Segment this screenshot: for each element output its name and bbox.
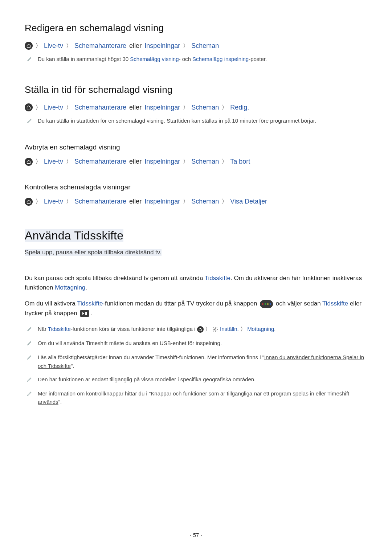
path-edit: Redig. — [230, 104, 249, 111]
svg-rect-1 — [86, 312, 87, 315]
path-live-tv: Live-tv — [44, 104, 63, 111]
nav-path-check: 〉 Live-tv 〉 Schemahanterare eller Inspel… — [25, 198, 367, 206]
link-tidsskifte: Tidsskifte — [48, 326, 71, 332]
path-or: eller — [129, 198, 142, 205]
path-recordings: Inspelningar — [144, 42, 180, 50]
path-schedule-manager: Schemahanterare — [74, 158, 126, 165]
note-text: Om du vill använda Timeshift måste du an… — [38, 339, 367, 348]
chevron-right-icon: 〉 — [222, 158, 227, 165]
heading-set-time: Ställa in tid för schemalagd visning — [25, 84, 367, 95]
chevron-right-icon: 〉 — [222, 104, 227, 111]
note-timeshift-4: Den här funktionen är endast tillgänglig… — [27, 375, 367, 384]
chevron-right-icon: 〉 — [205, 326, 211, 332]
chevron-right-icon: 〉 — [183, 158, 188, 165]
link-mottagning: Mottagning — [247, 326, 274, 332]
pencil-icon — [27, 390, 33, 406]
link-tidsskifte: Tidsskifte — [205, 275, 230, 282]
path-recordings: Inspelningar — [144, 198, 180, 205]
pencil-icon — [27, 376, 33, 384]
note-text: Du kan ställa in sammanlagt högst 30 — [38, 56, 130, 62]
path-delete: Ta bort — [230, 158, 250, 165]
path-schedule-manager: Schemahanterare — [74, 42, 126, 50]
paragraph-timeshift-2: Om du vill aktivera Tidsskifte-funktione… — [25, 299, 367, 318]
home-icon — [25, 158, 33, 166]
path-recordings: Inspelningar — [144, 158, 180, 165]
path-or: eller — [129, 104, 142, 111]
chevron-right-icon: 〉 — [36, 42, 41, 49]
pencil-icon — [27, 117, 33, 126]
link-tidsskifte: Tidsskifte — [322, 300, 348, 307]
gear-icon — [212, 326, 219, 333]
chevron-right-icon: 〉 — [36, 104, 41, 111]
note-timeshift-2: Om du vill använda Timeshift måste du an… — [27, 339, 367, 348]
note-text: - och — [179, 56, 193, 62]
chevron-right-icon: 〉 — [36, 198, 41, 205]
path-schedules: Scheman — [191, 42, 219, 50]
nav-path-edit: 〉 Live-tv 〉 Schemahanterare eller Inspel… — [25, 42, 367, 50]
heading-cancel: Avbryta en schemalagd visning — [25, 143, 367, 151]
heading-edit-scheduled-viewing: Redigera en schemalagd visning — [25, 22, 367, 34]
pencil-icon — [27, 56, 33, 64]
path-recordings: Inspelningar — [144, 104, 180, 111]
note-text: -poster. — [249, 56, 267, 62]
nav-path-cancel: 〉 Live-tv 〉 Schemahanterare eller Inspel… — [25, 158, 367, 166]
path-schedule-manager: Schemahanterare — [74, 198, 126, 205]
subtitle-timeshift: Spela upp, pausa eller spola tillbaka di… — [25, 249, 162, 256]
heading-timeshift: Använda Tidsskifte — [25, 229, 367, 242]
pencil-icon — [27, 325, 33, 334]
chevron-right-icon: 〉 — [222, 198, 227, 205]
remote-color-button-icon — [260, 300, 273, 308]
chevron-right-icon: 〉 — [66, 158, 72, 165]
chevron-right-icon: 〉 — [183, 42, 188, 49]
note-timeshift-3: Läs alla försiktighetsåtgärder innan du … — [27, 353, 367, 370]
svg-point-2 — [215, 329, 216, 330]
chevron-right-icon: 〉 — [66, 42, 72, 49]
path-live-tv: Live-tv — [44, 158, 63, 165]
chevron-right-icon: 〉 — [66, 104, 72, 111]
paragraph-timeshift-1: Du kan pausa och spola tillbaka direktsä… — [25, 274, 367, 293]
page-number: - 57 - — [0, 532, 392, 538]
link-mottagning: Mottagning — [55, 284, 85, 291]
path-or: eller — [129, 42, 142, 50]
path-live-tv: Live-tv — [44, 198, 63, 205]
path-schedule-manager: Schemahanterare — [74, 104, 126, 111]
path-live-tv: Live-tv — [44, 42, 63, 50]
svg-rect-0 — [85, 312, 86, 315]
link-schedule-viewing: Schemalägg visning — [130, 56, 179, 62]
path-schedules: Scheman — [191, 158, 219, 165]
link-schedule-recording: Schemalägg inspelning — [192, 56, 249, 62]
chevron-right-icon: 〉 — [183, 104, 188, 111]
heading-check: Kontrollera schemalagda visningar — [25, 183, 367, 191]
home-icon — [197, 326, 204, 333]
link-tidsskifte: Tidsskifte — [77, 300, 103, 307]
chevron-right-icon: 〉 — [36, 158, 41, 165]
note-max-30: Du kan ställa in sammanlagt högst 30 Sch… — [27, 55, 367, 64]
note-text: Den här funktionen är endast tillgänglig… — [38, 375, 367, 384]
note-text: Du kan ställa in starttiden för en schem… — [38, 116, 367, 126]
path-or: eller — [129, 158, 142, 165]
pencil-icon — [27, 354, 33, 370]
chevron-right-icon: 〉 — [183, 198, 188, 205]
path-view-details: Visa Detaljer — [230, 198, 267, 205]
home-icon — [25, 198, 33, 206]
path-schedules: Scheman — [191, 198, 219, 205]
link-installn: Inställn. — [220, 326, 239, 332]
pencil-icon — [27, 340, 33, 348]
note-timeshift-1: När Tidsskifte-funktionen körs är vissa … — [27, 325, 367, 334]
play-pause-button-icon — [80, 310, 89, 317]
path-schedules: Scheman — [191, 104, 219, 111]
note-timeshift-5: Mer information om kontrollknappar hitta… — [27, 389, 367, 406]
nav-path-set-time: 〉 Live-tv 〉 Schemahanterare eller Inspel… — [25, 103, 367, 111]
chevron-right-icon: 〉 — [240, 326, 246, 332]
home-icon — [25, 103, 33, 111]
note-start-time: Du kan ställa in starttiden för en schem… — [27, 116, 367, 126]
home-icon — [25, 42, 33, 50]
chevron-right-icon: 〉 — [66, 198, 72, 205]
